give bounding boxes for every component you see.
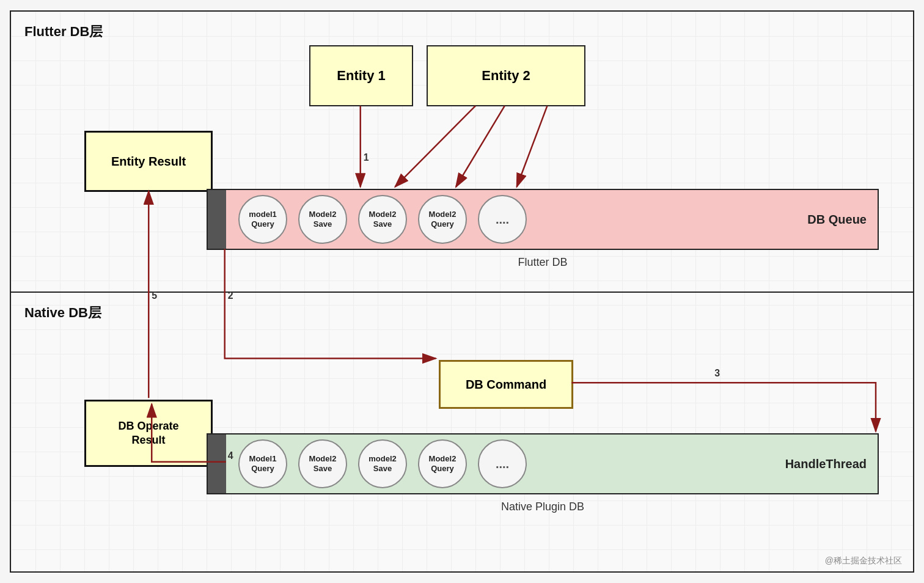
watermark: @稀土掘金技术社区 — [825, 556, 902, 566]
flutter-db-label: Flutter DB — [207, 256, 879, 269]
db-queue-bar: model1Query Model2Save Model2Save Model2… — [207, 189, 879, 250]
handle-bar: Model1Query Model2Save model2Save Model2… — [207, 433, 879, 494]
native-plugin-db-label: Native Plugin DB — [207, 501, 879, 513]
flutter-circle-2: Model2Save — [358, 195, 407, 244]
native-circle-1: Model2Save — [298, 439, 347, 488]
handle-thread-label: HandleThread — [785, 457, 867, 471]
diagram-container: Flutter DB层 Entity 1 Entity 2 Entity Res… — [10, 10, 914, 573]
entity-result-box: Entity Result — [84, 131, 213, 192]
native-layer-label: Native DB层 — [24, 304, 101, 322]
flutter-circle-1: Model2Save — [298, 195, 347, 244]
flutter-circle-dots: .... — [478, 195, 527, 244]
native-circle-3: Model2Query — [418, 439, 467, 488]
native-layer: Native DB层 DB Command DB Operate Result … — [11, 293, 913, 574]
entity1-box: Entity 1 — [309, 45, 413, 106]
native-circle-2: model2Save — [358, 439, 407, 488]
native-circle-0: Model1Query — [238, 439, 287, 488]
flutter-layer: Flutter DB层 Entity 1 Entity 2 Entity Res… — [11, 12, 913, 293]
flutter-layer-label: Flutter DB层 — [24, 23, 103, 41]
db-command-box: DB Command — [439, 360, 573, 409]
db-operate-result-box: DB Operate Result — [84, 400, 213, 467]
entity2-box: Entity 2 — [427, 45, 585, 106]
db-queue-label: DB Queue — [807, 213, 867, 227]
native-circle-dots: .... — [478, 439, 527, 488]
native-circles: Model1Query Model2Save model2Save Model2… — [226, 439, 785, 488]
handle-bar-accent — [208, 435, 226, 493]
db-queue-circles: model1Query Model2Save Model2Save Model2… — [226, 195, 807, 244]
flutter-circle-0: model1Query — [238, 195, 287, 244]
flutter-circle-3: Model2Query — [418, 195, 467, 244]
db-queue-bar-accent — [208, 190, 226, 249]
